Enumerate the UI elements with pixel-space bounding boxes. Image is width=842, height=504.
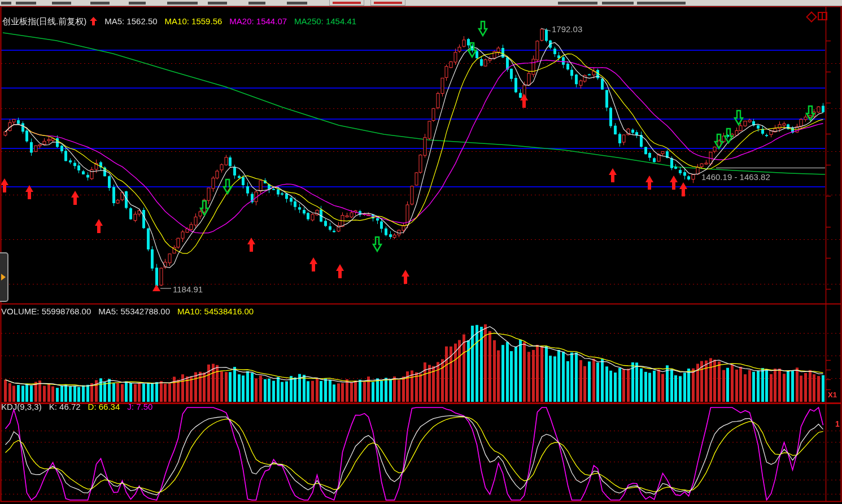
symbol-title: 创业板指(日线.前复权) (2, 16, 86, 26)
kdj-k-label: K: 46.72 (49, 402, 81, 411)
ma250-label: MA250: 1454.41 (294, 16, 356, 26)
up-arrow-icon (90, 17, 97, 27)
kdj-j-label: J: 7.50 (127, 402, 152, 411)
kdj-d-label: D: 66.34 (88, 402, 120, 411)
menubar-button-red-1[interactable] (329, 0, 364, 6)
volume-ma5-label: MA5: 55342788.00 (98, 306, 170, 316)
main-chart-header: 创业板指(日线.前复权)MA5: 1562.50MA10: 1559.56MA2… (2, 16, 364, 27)
volume-label: VOLUME: 55998768.00 (1, 306, 91, 316)
menubar-fragment (558, 2, 597, 5)
kdj-header: KDJ(9,3,3)K: 46.72D: 66.34J: 7.50 (1, 402, 160, 411)
chevron-right-icon (1, 274, 6, 281)
window-split-icon[interactable] (818, 12, 827, 20)
sidebar-expand-tab[interactable] (0, 252, 8, 302)
volume-ma10-label: MA10: 54538416.00 (177, 306, 254, 316)
menubar (0, 0, 842, 6)
annotation-high: 1792.03 (552, 24, 582, 34)
menubar-fragment (602, 2, 634, 5)
kdj-label: KDJ(9,3,3) (1, 402, 42, 411)
menubar-fragment (208, 2, 227, 5)
menubar-fragment (52, 2, 71, 5)
annotation-low: 1184.91 (173, 284, 203, 294)
menubar-fragment (167, 2, 198, 5)
menubar-button-red-2[interactable] (370, 0, 405, 6)
volume-axis-x1-label: X1 (828, 391, 837, 399)
chart-canvas[interactable] (0, 0, 842, 504)
menubar-fragment (637, 2, 686, 5)
menubar-fragment (129, 2, 146, 5)
ma5-label: MA5: 1562.50 (104, 16, 157, 26)
menubar-fragment (248, 2, 265, 5)
ma10-label: MA10: 1559.56 (165, 16, 223, 26)
kdj-axis-label: 1 (835, 419, 840, 428)
menubar-fragment (1, 2, 11, 5)
annotation-range: 1460.19 - 1463.82 (701, 172, 770, 182)
menubar-fragment (16, 2, 36, 5)
volume-header: VOLUME: 55998768.00MA5: 55342788.00MA10:… (1, 306, 261, 316)
menubar-fragment (287, 2, 307, 5)
ma20-label: MA20: 1544.07 (229, 16, 287, 26)
menubar-fragment (90, 2, 110, 5)
